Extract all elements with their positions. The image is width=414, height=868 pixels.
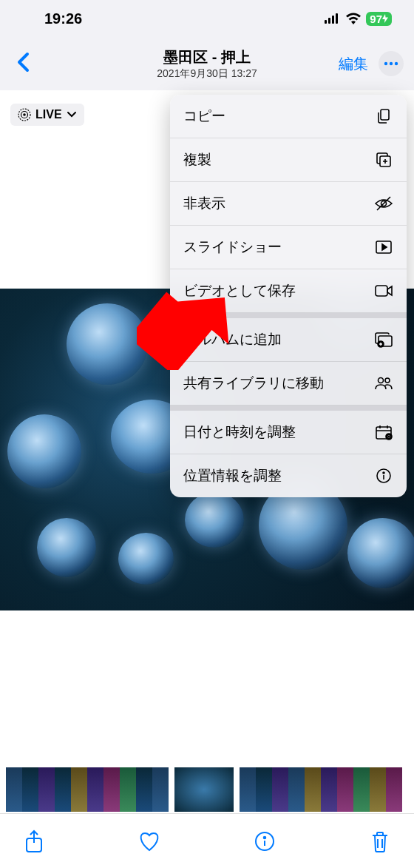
- svg-rect-14: [376, 286, 387, 296]
- svg-point-9: [23, 113, 26, 116]
- svg-point-18: [385, 378, 390, 383]
- thumb-group-right[interactable]: [240, 767, 402, 812]
- date-subtitle: 2021年9月30日 13:27: [157, 67, 257, 81]
- edit-button[interactable]: 編集: [339, 54, 368, 74]
- video-icon: [374, 281, 393, 300]
- album-add-icon: [374, 330, 393, 349]
- menu-move-shared-label: 共有ライブラリに移動: [183, 374, 324, 393]
- heart-icon: [138, 831, 161, 852]
- menu-adjust-date[interactable]: 日付と時刻を調整: [170, 406, 407, 454]
- people-icon: [374, 374, 393, 393]
- wifi-icon: [345, 13, 362, 24]
- info-icon: [374, 466, 393, 485]
- menu-copy[interactable]: コピー: [170, 95, 407, 138]
- menu-hide-label: 非表示: [183, 194, 225, 213]
- svg-point-4: [384, 62, 387, 65]
- back-button[interactable]: [10, 49, 35, 78]
- bottom-toolbar: [0, 813, 414, 868]
- calendar-icon: [374, 423, 393, 442]
- svg-rect-0: [325, 20, 327, 24]
- location-title: 墨田区 - 押上: [157, 47, 257, 67]
- trash-icon: [370, 830, 390, 852]
- svg-point-6: [395, 62, 398, 65]
- menu-duplicate[interactable]: 複製: [170, 138, 407, 182]
- svg-point-5: [390, 62, 393, 65]
- status-time: 19:26: [44, 10, 82, 27]
- duplicate-icon: [374, 150, 393, 169]
- menu-duplicate-label: 複製: [183, 150, 211, 169]
- status-icons: 97: [325, 12, 392, 26]
- favorite-button[interactable]: [138, 830, 161, 853]
- nav-title: 墨田区 - 押上 2021年9月30日 13:27: [157, 47, 257, 81]
- menu-hide[interactable]: 非表示: [170, 182, 407, 226]
- live-icon: [18, 108, 31, 121]
- svg-rect-1: [328, 18, 330, 24]
- hide-icon: [374, 194, 393, 213]
- svg-rect-2: [332, 16, 334, 24]
- share-icon: [24, 830, 44, 853]
- live-label: LIVE: [35, 108, 62, 121]
- battery-badge: 97: [366, 12, 392, 26]
- info-circle-icon: [254, 831, 275, 852]
- menu-adjust-location[interactable]: 位置情報を調整: [170, 454, 407, 497]
- delete-button[interactable]: [368, 830, 392, 853]
- svg-point-17: [379, 378, 384, 383]
- slideshow-icon: [374, 238, 393, 257]
- more-button[interactable]: [379, 51, 404, 76]
- info-button[interactable]: [253, 830, 276, 853]
- menu-slideshow-label: スライドショー: [183, 238, 282, 257]
- thumbnail-strip[interactable]: [0, 765, 414, 813]
- menu-copy-label: コピー: [183, 107, 225, 126]
- chevron-down-icon: [67, 111, 77, 118]
- menu-slideshow[interactable]: スライドショー: [170, 226, 407, 269]
- signal-icon: [325, 13, 341, 24]
- ellipsis-icon: [384, 61, 398, 66]
- copy-icon: [374, 107, 393, 126]
- svg-rect-3: [336, 13, 338, 24]
- annotation-arrow: [137, 274, 233, 370]
- svg-point-24: [383, 472, 384, 474]
- live-badge[interactable]: LIVE: [10, 104, 84, 126]
- svg-point-27: [264, 836, 266, 838]
- share-button[interactable]: [22, 830, 46, 853]
- svg-rect-10: [381, 110, 389, 120]
- menu-adjust-date-label: 日付と時刻を調整: [183, 423, 296, 442]
- thumb-group-left[interactable]: [6, 767, 169, 812]
- thumb-current[interactable]: [174, 767, 234, 812]
- menu-adjust-location-label: 位置情報を調整: [183, 466, 282, 485]
- status-bar: 19:26 97: [0, 0, 414, 37]
- nav-bar: 墨田区 - 押上 2021年9月30日 13:27 編集: [0, 37, 414, 90]
- svg-point-22: [388, 436, 390, 437]
